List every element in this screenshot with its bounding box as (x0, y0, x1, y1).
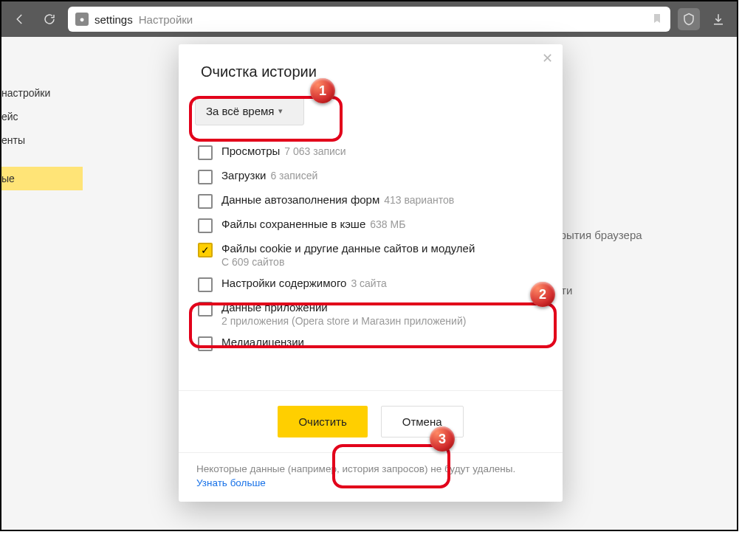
reload-button[interactable] (38, 8, 61, 30)
clear-option-row: Настройки содержимого3 сайта (195, 272, 555, 297)
dialog-footer: Некоторые данные (например, история запр… (179, 452, 563, 502)
downloads-button[interactable] (707, 8, 729, 30)
clear-option-row: Просмотры7 063 записи (195, 140, 555, 165)
site-icon: ● (75, 13, 89, 26)
option-label: Данные приложений2 приложения (Opera sto… (221, 301, 466, 327)
option-label-main: Данные автозаполнения форм (221, 193, 379, 206)
footer-note-text: Некоторые данные (например, история запр… (196, 463, 515, 474)
option-label-sub: 7 063 записи (284, 145, 346, 157)
option-label: Медиалицензии (221, 336, 309, 348)
option-label: Настройки содержимого3 сайта (221, 277, 387, 289)
checkbox[interactable] (198, 170, 213, 184)
checkbox[interactable] (198, 218, 213, 233)
clear-button[interactable]: Очистить (278, 406, 367, 437)
option-label-sub: 413 вариантов (384, 194, 454, 206)
sidebar-item[interactable]: ые (1, 167, 83, 190)
clear-option-row: Медиалицензии (195, 331, 555, 356)
bg-text: крытия браузера (555, 229, 642, 241)
option-label-main: Медиалицензии (221, 336, 304, 348)
dialog-title: Очистка истории (179, 44, 563, 88)
bookmark-icon[interactable] (651, 11, 663, 28)
clear-history-dialog: ✕ Очистка истории За всё время ▾ Просмот… (179, 44, 563, 502)
option-label-main: Загрузки (221, 169, 266, 181)
clear-option-row: Данные приложений2 приложения (Opera sto… (195, 297, 555, 331)
checkbox[interactable]: ✓ (198, 243, 213, 257)
clear-option-row: Данные автозаполнения форм413 вариантов (195, 189, 555, 213)
checkbox[interactable] (198, 336, 213, 351)
url-prefix: settings (94, 13, 133, 26)
option-label: Файлы сохраненные в кэше638 МБ (221, 218, 405, 230)
settings-sidebar: настройки ейс енты ые (1, 81, 83, 190)
chevron-down-icon: ▾ (278, 106, 283, 116)
clear-option-row: Файлы сохраненные в кэше638 МБ (195, 213, 555, 238)
close-icon[interactable]: ✕ (539, 50, 555, 66)
back-button[interactable] (9, 8, 31, 30)
checkbox[interactable] (198, 302, 213, 317)
checkbox[interactable] (198, 145, 213, 160)
clear-option-row: Загрузки6 записей (195, 165, 555, 189)
option-label-sub: 638 МБ (370, 218, 405, 230)
option-label-sub: 6 записей (270, 170, 317, 181)
time-range-select[interactable]: За всё время ▾ (195, 97, 304, 125)
option-label-sub: 2 приложения (Opera store и Магазин прил… (221, 315, 466, 327)
option-label: Данные автозаполнения форм413 вариантов (221, 193, 454, 206)
checkbox[interactable] (198, 277, 213, 292)
sidebar-item[interactable]: енты (1, 128, 83, 152)
option-label-sub: С 609 сайтов (221, 256, 475, 268)
checkbox[interactable] (198, 194, 213, 209)
dialog-buttons: Очистить Отмена (179, 390, 563, 452)
option-label-main: Данные приложений (221, 301, 466, 314)
learn-more-link[interactable]: Узнать больше (196, 477, 266, 488)
clear-options-list: Просмотры7 063 записиЗагрузки6 записейДа… (179, 130, 563, 390)
option-label: Просмотры7 063 записи (221, 145, 346, 157)
option-label: Файлы cookie и другие данные сайтов и мо… (221, 242, 475, 268)
option-label-main: Файлы cookie и другие данные сайтов и мо… (221, 242, 475, 255)
option-label-sub: 3 сайта (351, 277, 386, 289)
adblock-extension-icon[interactable] (678, 8, 700, 30)
option-label-main: Просмотры (221, 145, 280, 157)
clear-option-row: ✓Файлы cookie и другие данные сайтов и м… (195, 238, 555, 272)
url-label: Настройки (139, 13, 193, 26)
sidebar-item[interactable]: настройки (1, 81, 83, 105)
cancel-button[interactable]: Отмена (381, 406, 464, 437)
address-bar[interactable]: ● settings Настройки (68, 7, 670, 32)
sidebar-item[interactable]: ейс (1, 105, 83, 128)
option-label-main: Файлы сохраненные в кэше (221, 218, 365, 230)
option-label-main: Настройки содержимого (221, 277, 346, 289)
time-range-label: За всё время (206, 105, 274, 117)
browser-toolbar: ● settings Настройки (1, 1, 737, 37)
option-label: Загрузки6 записей (221, 169, 317, 181)
